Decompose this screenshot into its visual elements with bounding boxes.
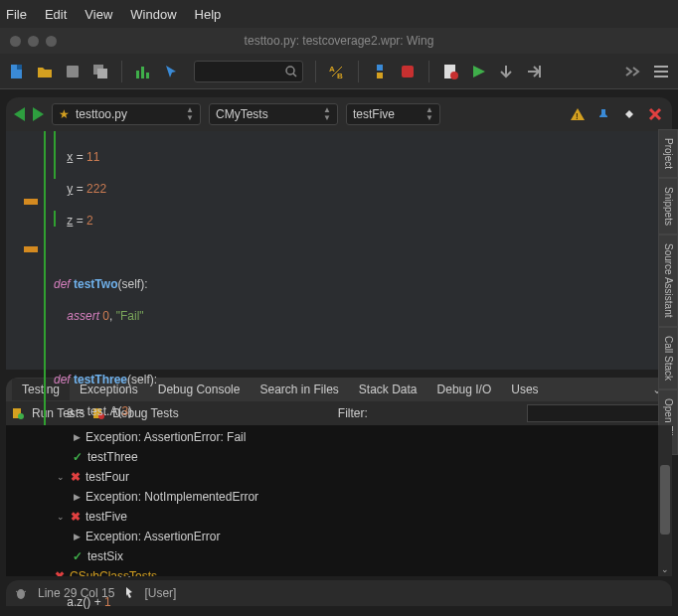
chevron-down-icon[interactable]: ⌄ — [661, 564, 669, 574]
chevron-right-icon: ▶ — [72, 492, 82, 502]
code-content[interactable]: x = 11 y = 222 z = 2 def testTwo(self): … — [46, 131, 167, 370]
code-nav-bar: ★ testtoo.py ▲▼ CMyTests ▲▼ testFive ▲▼ … — [6, 97, 672, 131]
svg-text:!: ! — [576, 111, 579, 121]
search-icon — [285, 66, 297, 77]
svg-rect-4 — [97, 69, 107, 78]
method-dropdown-label: testFive — [353, 107, 420, 121]
more-icon[interactable] — [624, 63, 642, 80]
svg-rect-7 — [146, 73, 149, 78]
fail-icon: ✖ — [70, 510, 82, 524]
run-tests-icon — [12, 407, 24, 419]
menu-edit[interactable]: Edit — [45, 7, 67, 22]
svg-rect-1 — [17, 65, 22, 70]
bookmark-icon[interactable] — [620, 105, 638, 123]
class-dropdown[interactable]: CMyTests ▲▼ — [209, 103, 338, 125]
window-controls[interactable] — [10, 36, 57, 47]
tree-row-exception[interactable]: ▶Exception: NotImplementedError — [6, 487, 672, 507]
code-analysis-icon[interactable] — [134, 63, 152, 80]
tree-scrollbar[interactable]: ⌄ — [658, 425, 672, 576]
chevron-updown-icon: ▲▼ — [425, 106, 433, 122]
main-toolbar: AB — [0, 54, 678, 89]
bug-icon[interactable] — [14, 586, 28, 600]
menu-file[interactable]: File — [6, 7, 27, 22]
tab-search-in-files[interactable]: Search in Files — [250, 379, 348, 400]
svg-text:A: A — [329, 65, 335, 74]
step-into-icon[interactable] — [525, 63, 543, 80]
code-editor[interactable]: x = 11 y = 222 z = 2 def testTwo(self): … — [6, 131, 672, 370]
close-tab-icon[interactable] — [646, 105, 664, 123]
chevron-right-icon: ▶ — [72, 432, 82, 442]
chevron-updown-icon: ▲▼ — [323, 106, 331, 122]
star-icon: ★ — [59, 107, 70, 121]
svg-rect-6 — [141, 67, 144, 78]
tab-source-assistant[interactable]: Source Assistant — [658, 234, 678, 326]
tree-row-test[interactable]: ✓testSix — [6, 546, 672, 566]
close-window-icon[interactable] — [10, 36, 21, 47]
stop-icon[interactable] — [399, 63, 417, 80]
chevron-down-icon: ⌄ — [56, 512, 66, 522]
chevron-updown-icon: ▲▼ — [186, 106, 194, 122]
python-icon[interactable] — [371, 63, 389, 80]
filter-label: Filter: — [338, 406, 368, 420]
minimize-window-icon[interactable] — [28, 36, 39, 47]
svg-rect-5 — [136, 71, 139, 78]
save-icon[interactable] — [64, 63, 82, 80]
scrollbar-thumb[interactable] — [660, 465, 670, 535]
menu-window[interactable]: Window — [130, 7, 176, 22]
window-title: testtoo.py: testcoverage2.wpr: Wing — [245, 34, 434, 48]
menu-help[interactable]: Help — [195, 7, 222, 22]
tab-snippets[interactable]: Snippets — [658, 178, 678, 234]
run-icon[interactable] — [469, 63, 487, 80]
zoom-window-icon[interactable] — [46, 36, 57, 47]
open-file-icon[interactable] — [36, 63, 54, 80]
svg-point-27 — [17, 589, 25, 599]
svg-text:B: B — [337, 72, 343, 80]
file-dropdown-label: testtoo.py — [76, 107, 180, 121]
svg-rect-13 — [402, 66, 414, 77]
tab-debug-io[interactable]: Debug I/O — [427, 379, 502, 400]
svg-line-9 — [293, 74, 296, 77]
fail-icon: ✖ — [70, 470, 82, 484]
file-dropdown[interactable]: ★ testtoo.py ▲▼ — [52, 103, 201, 125]
diff-icon[interactable]: AB — [328, 63, 346, 80]
gutter-marker[interactable] — [24, 246, 38, 252]
chevron-down-icon: ⌄ — [56, 472, 66, 482]
main-menu-bar: File Edit View Window Help — [0, 0, 678, 28]
tree-row-exception[interactable]: ▶Exception: AssertionError: Fail — [6, 427, 672, 447]
nav-back-button[interactable] — [14, 107, 25, 121]
tab-project[interactable]: Project — [658, 129, 678, 178]
svg-point-8 — [286, 67, 294, 75]
filter-input[interactable] — [527, 404, 666, 422]
save-all-icon[interactable] — [91, 63, 109, 80]
tree-row-test[interactable]: ✓testThree — [6, 447, 672, 467]
tree-row-class[interactable]: ⌄✖CSubClassTests — [6, 566, 672, 576]
pin-icon[interactable] — [594, 105, 612, 123]
class-dropdown-label: CMyTests — [216, 107, 317, 121]
chevron-right-icon: ▶ — [72, 532, 82, 541]
gutter-marker[interactable] — [24, 199, 38, 205]
fail-icon: ✖ — [54, 569, 66, 576]
test-results-tree[interactable]: ▶Exception: AssertionError: Fail ✓testTh… — [6, 425, 672, 576]
step-over-icon[interactable] — [497, 63, 515, 80]
tree-row-exception[interactable]: ▶Exception: AssertionError — [6, 527, 672, 546]
title-bar: testtoo.py: testcoverage2.wpr: Wing — [0, 28, 678, 54]
new-file-icon[interactable] — [8, 63, 26, 80]
tab-call-stack[interactable]: Call Stack — [658, 327, 678, 389]
menu-icon[interactable] — [652, 63, 670, 80]
warning-icon[interactable]: ! — [569, 105, 587, 123]
tree-row-test[interactable]: ⌄✖testFour — [6, 467, 672, 487]
svg-rect-2 — [67, 66, 79, 77]
chevron-down-icon: ⌄ — [40, 571, 50, 576]
pass-icon: ✓ — [72, 450, 84, 464]
menu-view[interactable]: View — [85, 7, 112, 22]
search-box[interactable] — [194, 61, 303, 82]
tree-row-test[interactable]: ⌄✖testFive — [6, 507, 672, 527]
nav-forward-button[interactable] — [33, 107, 44, 121]
method-dropdown[interactable]: testFive ▲▼ — [346, 103, 440, 125]
editor-gutter[interactable] — [6, 131, 46, 370]
cursor-icon[interactable] — [162, 63, 180, 80]
breakpoint-file-icon[interactable] — [441, 63, 459, 80]
tab-uses[interactable]: Uses — [501, 379, 548, 400]
tab-stack-data[interactable]: Stack Data — [349, 379, 427, 400]
side-tool-tabs: Project Snippets Source Assistant Call S… — [658, 129, 678, 455]
